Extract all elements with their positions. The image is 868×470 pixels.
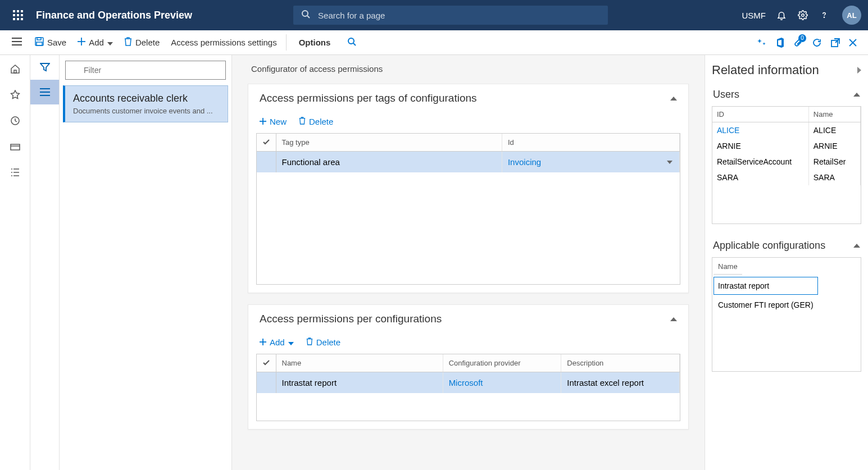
- modules-icon[interactable]: [10, 167, 20, 180]
- chevron-right-icon[interactable]: [857, 67, 861, 74]
- delete-button[interactable]: Delete: [119, 34, 165, 51]
- delete-config-button[interactable]: Delete: [303, 335, 344, 349]
- svg-rect-1: [17, 10, 19, 12]
- list-icon[interactable]: [30, 80, 59, 104]
- cell-description[interactable]: Intrastat excel report: [561, 372, 680, 394]
- delete-row-button[interactable]: Delete: [296, 115, 337, 129]
- svg-rect-0: [13, 10, 15, 12]
- chevron-up-icon[interactable]: [670, 317, 677, 321]
- column-provider[interactable]: Configuration provider: [443, 354, 561, 372]
- filter-icon[interactable]: [30, 55, 59, 80]
- column-tag-type[interactable]: Tag type: [276, 134, 502, 152]
- cell-config-name[interactable]: Customer FTI report (GER): [714, 296, 818, 314]
- add-config-button[interactable]: Add: [256, 335, 297, 349]
- plus-icon: [78, 38, 85, 47]
- svg-rect-3: [13, 14, 15, 16]
- help-icon[interactable]: [819, 10, 830, 21]
- star-icon[interactable]: [10, 90, 20, 102]
- table-row[interactable]: Intrastat report: [714, 277, 818, 295]
- office-icon[interactable]: [776, 38, 785, 48]
- avatar[interactable]: AL: [842, 6, 861, 25]
- table-row[interactable]: ALICEALICE: [712, 122, 861, 138]
- hamburger-icon[interactable]: [12, 38, 22, 48]
- badge: 0: [798, 34, 806, 42]
- column-config-name[interactable]: Name: [714, 259, 742, 275]
- add-button[interactable]: Add: [72, 34, 119, 51]
- cell-id[interactable]: Invoicing: [502, 152, 679, 173]
- popout-icon[interactable]: [831, 38, 840, 47]
- table-row[interactable]: SARASARA: [712, 170, 861, 185]
- cell-provider[interactable]: Microsoft: [443, 372, 561, 394]
- column-user-name[interactable]: Name: [808, 107, 860, 122]
- table-row[interactable]: ARNIEARNIE: [712, 138, 861, 154]
- select-all-checkbox[interactable]: [257, 354, 276, 372]
- chevron-up-icon[interactable]: [670, 97, 677, 101]
- options-button[interactable]: Options: [290, 34, 337, 51]
- select-all-checkbox[interactable]: [257, 134, 276, 152]
- home-icon[interactable]: [10, 64, 20, 76]
- column-user-id[interactable]: ID: [712, 107, 808, 122]
- cell-user-id[interactable]: SARA: [712, 170, 808, 185]
- configs-section-title: Access permissions per configurations: [260, 313, 442, 325]
- column-id[interactable]: Id: [502, 134, 679, 152]
- save-icon: [35, 37, 44, 48]
- column-name[interactable]: Name: [276, 354, 443, 372]
- related-info-title: Related information: [712, 63, 819, 77]
- global-search-input[interactable]: [318, 11, 600, 20]
- add-label: Add: [89, 38, 104, 47]
- users-grid: ID Name ALICEALICEARNIEARNIERetailServic…: [712, 106, 861, 224]
- table-row[interactable]: Functional area Invoicing: [257, 152, 680, 173]
- svg-rect-7: [17, 18, 19, 20]
- cell-user-name[interactable]: ARNIE: [808, 138, 860, 154]
- page-title: Configurator of access permissions: [232, 55, 705, 79]
- cell-user-name[interactable]: SARA: [808, 170, 860, 185]
- save-button[interactable]: Save: [29, 34, 72, 51]
- bell-icon[interactable]: [776, 10, 787, 21]
- table-row[interactable]: Customer FTI report (GER): [714, 296, 818, 314]
- row-checkbox[interactable]: [257, 152, 276, 173]
- applicable-configs-grid: Name Intrastat reportCustomer FTI report…: [712, 257, 861, 372]
- chevron-up-icon[interactable]: [853, 93, 860, 97]
- svg-rect-4: [17, 14, 19, 16]
- cell-user-name[interactable]: RetailSer: [808, 154, 860, 170]
- cell-user-id[interactable]: ALICE: [712, 122, 808, 138]
- gear-icon[interactable]: [797, 10, 808, 21]
- cell-tag-type[interactable]: Functional area: [276, 152, 502, 173]
- workspace-icon[interactable]: [10, 142, 20, 154]
- global-search[interactable]: [293, 6, 608, 25]
- cell-config-name[interactable]: Intrastat report: [714, 277, 818, 295]
- refresh-icon[interactable]: [812, 38, 822, 48]
- row-checkbox[interactable]: [257, 372, 276, 394]
- related-info-pane: Related information Users ID Name ALICEA…: [705, 55, 868, 470]
- trash-icon: [124, 37, 132, 48]
- table-row[interactable]: Intrastat report Microsoft Intrastat exc…: [257, 372, 680, 394]
- cell-user-id[interactable]: RetailServiceAccount: [712, 154, 808, 170]
- cell-name[interactable]: Intrastat report: [276, 372, 443, 394]
- attachments-icon[interactable]: 0: [794, 38, 803, 48]
- copilot-icon[interactable]: [757, 38, 767, 48]
- table-row[interactable]: RetailServiceAccountRetailSer: [712, 154, 861, 170]
- clock-icon[interactable]: [10, 116, 20, 128]
- new-button[interactable]: New: [256, 115, 290, 129]
- app-launcher-icon[interactable]: [7, 10, 29, 20]
- filter-input[interactable]: [65, 61, 226, 80]
- plus-icon: [260, 337, 266, 347]
- access-settings-label: Access permissions settings: [171, 38, 276, 47]
- chevron-down-icon: [107, 38, 113, 47]
- tags-section-title: Access permissions per tags of configura…: [260, 92, 477, 104]
- svg-point-22: [348, 38, 354, 44]
- chevron-up-icon[interactable]: [853, 244, 860, 248]
- list-item[interactable]: Accounts receivable clerk Documents cust…: [63, 85, 228, 122]
- add-config-label: Add: [270, 337, 285, 347]
- legal-entity[interactable]: USMF: [742, 11, 766, 20]
- svg-point-11: [802, 14, 805, 17]
- cell-user-name[interactable]: ALICE: [808, 122, 860, 138]
- filter-nav-column: [30, 55, 60, 470]
- cell-user-id[interactable]: ARNIE: [712, 138, 808, 154]
- column-description[interactable]: Description: [561, 354, 680, 372]
- action-search-button[interactable]: [342, 34, 362, 51]
- access-settings-button[interactable]: Access permissions settings: [165, 34, 286, 51]
- configs-section: Access permissions per configurations Ad…: [248, 304, 689, 430]
- close-icon[interactable]: [849, 39, 857, 47]
- search-icon: [301, 10, 310, 21]
